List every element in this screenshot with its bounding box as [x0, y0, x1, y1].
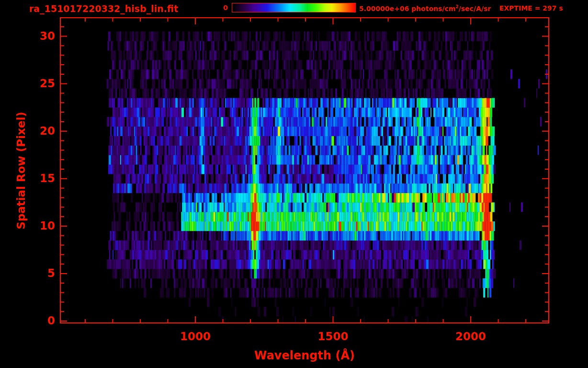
y-tick-label: 0 [27, 315, 55, 327]
y-tick-label: 10 [27, 220, 55, 232]
x-axis-title: Wavelength (Å) [233, 349, 376, 362]
y-tick-label: 5 [27, 267, 55, 279]
y-tick-label: 20 [27, 125, 55, 137]
x-tick-label: 1500 [305, 331, 362, 343]
y-axis-title: Spatial Row (Pixel) [15, 99, 30, 242]
x-tick-label: 1000 [167, 331, 224, 343]
colorbar-min-label: 0 [214, 4, 228, 12]
colorbar [232, 3, 356, 12]
y-tick-label: 25 [27, 78, 55, 90]
spectrogram-heatmap-canvas [0, 0, 588, 368]
x-tick-label: 2000 [442, 331, 499, 343]
exposure-time-label: EXPTIME = 297 s [499, 5, 563, 12]
colorbar-max-label-prefix: 5.00000e+06 photons/cm [359, 5, 456, 12]
y-tick-label: 30 [27, 30, 55, 42]
y-tick-label: 15 [27, 172, 55, 184]
spectrogram-display-window: ra_151017220332_hisb_lin.fit 0 5.00000e+… [0, 0, 588, 368]
colorbar-max-label: 5.00000e+06 photons/cm2/sec/A/sr [359, 5, 491, 12]
file-title: ra_151017220332_hisb_lin.fit [29, 4, 178, 14]
colorbar-max-label-suffix: /sec/A/sr [459, 5, 491, 12]
